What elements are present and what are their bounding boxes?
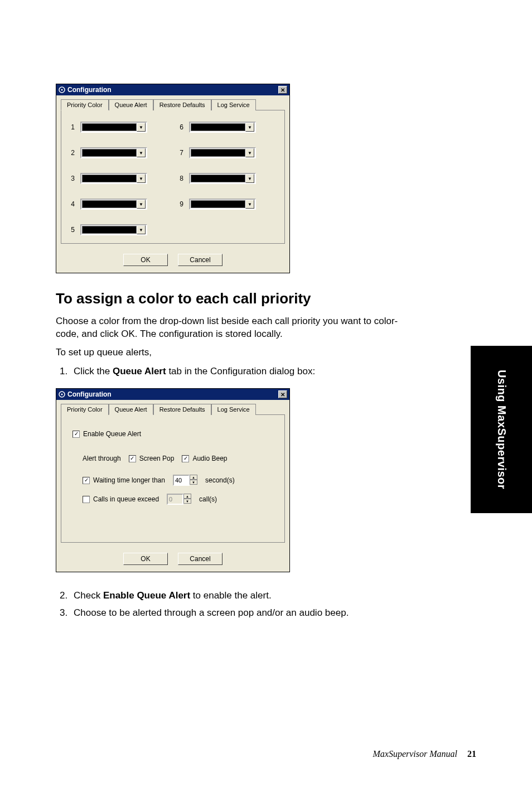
chevron-down-icon[interactable]: ▼: [245, 200, 254, 209]
gear-icon: [59, 391, 65, 398]
tab-restore-defaults[interactable]: Restore Defaults: [153, 404, 211, 415]
chevron-down-icon[interactable]: ▼: [137, 174, 146, 183]
text: to enable the alert.: [190, 590, 272, 601]
step-1: Click the Queue Alert tab in the Configu…: [70, 365, 413, 379]
waiting-time-checkbox[interactable]: ✓ Waiting time longer than: [83, 476, 165, 484]
priority-row-1: 1 ▼: [69, 122, 168, 133]
chevron-down-icon[interactable]: ▼: [137, 123, 146, 132]
color-combo-6[interactable]: ▼: [189, 122, 256, 133]
text: Check: [74, 590, 103, 601]
configuration-dialog-queue-alert: Configuration ✕ Priority Color Queue Ale…: [56, 388, 290, 572]
chevron-down-icon[interactable]: ▼: [245, 123, 254, 132]
paragraph: Choose a color from the drop-down list b…: [56, 315, 413, 341]
chevron-down-icon[interactable]: ▼: [137, 225, 146, 234]
priority-number: 7: [178, 149, 183, 157]
spin-down-icon[interactable]: ▼: [183, 499, 191, 504]
text: Click the: [74, 366, 113, 376]
ok-button[interactable]: OK: [123, 254, 168, 266]
text: tab in the Configuration dialog box:: [166, 366, 315, 376]
spin-down-icon[interactable]: ▼: [190, 480, 197, 485]
color-combo-7[interactable]: ▼: [189, 147, 256, 158]
priority-number: 1: [69, 123, 75, 131]
step-list: Click the Queue Alert tab in the Configu…: [56, 365, 413, 379]
color-swatch: [82, 149, 137, 157]
color-combo-5[interactable]: ▼: [80, 224, 147, 235]
close-icon[interactable]: ✕: [278, 390, 287, 398]
chevron-down-icon[interactable]: ▼: [137, 148, 146, 157]
priority-row-6: 6 ▼: [178, 122, 277, 133]
priority-number: 5: [69, 226, 75, 234]
priority-number: 3: [69, 175, 75, 182]
tab-strip: Priority Color Queue Alert Restore Defau…: [56, 400, 289, 414]
color-swatch: [82, 200, 137, 208]
checkbox-label: Audio Beep: [192, 455, 227, 462]
step-3: Choose to be alerted through a screen po…: [70, 606, 413, 620]
calls-exceed-input[interactable]: [167, 494, 183, 505]
tab-restore-defaults[interactable]: Restore Defaults: [153, 99, 211, 110]
color-combo-8[interactable]: ▼: [189, 173, 256, 184]
dialog-title: Configuration: [67, 86, 112, 94]
audio-beep-checkbox[interactable]: ✓ Audio Beep: [182, 455, 227, 462]
color-combo-4[interactable]: ▼: [80, 199, 147, 210]
svg-point-3: [61, 394, 63, 395]
priority-row-8: 8 ▼: [178, 173, 277, 184]
unit-label: call(s): [199, 495, 217, 503]
step-2: Check Enable Queue Alert to enable the a…: [70, 589, 413, 603]
paragraph: To set up queue alerts,: [56, 346, 413, 359]
side-tab: Using MaxSupervisor: [471, 346, 532, 513]
calls-exceed-checkbox[interactable]: Calls in queue exceed: [83, 495, 159, 503]
page-footer: MaxSupervisor Manual 21: [373, 749, 476, 759]
tab-queue-alert[interactable]: Queue Alert: [109, 99, 153, 110]
cancel-button[interactable]: Cancel: [178, 553, 223, 565]
checkbox-label: Calls in queue exceed: [93, 495, 159, 503]
waiting-time-spinner[interactable]: ▲▼: [173, 475, 197, 486]
checkbox-label: Enable Queue Alert: [83, 430, 141, 438]
dialog-title: Configuration: [67, 390, 112, 398]
tab-priority-color[interactable]: Priority Color: [61, 404, 109, 415]
checkbox-label: Screen Pop: [139, 455, 175, 462]
tab-log-service[interactable]: Log Service: [211, 99, 256, 110]
cancel-button[interactable]: Cancel: [178, 254, 223, 266]
checkbox-icon: ✓: [72, 431, 80, 438]
unit-label: second(s): [205, 476, 235, 484]
chevron-down-icon[interactable]: ▼: [137, 200, 146, 209]
calls-exceed-spinner[interactable]: ▲▼: [167, 494, 191, 505]
color-combo-9[interactable]: ▼: [189, 199, 256, 210]
tab-strip: Priority Color Queue Alert Restore Defau…: [56, 95, 289, 110]
tab-body: 1 ▼ 6 ▼ 2 ▼ 7 ▼ 3 ▼: [61, 110, 285, 244]
color-combo-1[interactable]: ▼: [80, 122, 147, 133]
spin-up-icon[interactable]: ▲: [190, 475, 197, 480]
color-swatch: [191, 149, 245, 157]
priority-row-7: 7 ▼: [178, 147, 277, 158]
section-heading: To assign a color to each call priority: [56, 290, 476, 307]
side-tab-label: Using MaxSupervisor: [495, 370, 508, 489]
button-row: OK Cancel: [56, 547, 289, 572]
waiting-time-input[interactable]: [173, 475, 190, 486]
color-combo-3[interactable]: ▼: [80, 173, 147, 184]
priority-row-2: 2 ▼: [69, 147, 168, 158]
priority-row-3: 3 ▼: [69, 173, 168, 184]
enable-queue-alert-checkbox[interactable]: ✓ Enable Queue Alert: [72, 430, 141, 438]
ok-button[interactable]: OK: [123, 553, 168, 565]
color-swatch: [191, 200, 245, 208]
tab-queue-alert[interactable]: Queue Alert: [109, 404, 153, 415]
tab-log-service[interactable]: Log Service: [211, 404, 256, 415]
tab-body: ✓ Enable Queue Alert Alert through ✓ Scr…: [61, 414, 285, 543]
color-swatch: [82, 175, 137, 182]
screen-pop-checkbox[interactable]: ✓ Screen Pop: [129, 455, 175, 462]
checkbox-icon: [83, 496, 90, 503]
checkbox-icon: ✓: [182, 455, 189, 462]
color-swatch: [191, 123, 245, 131]
close-icon[interactable]: ✕: [278, 86, 287, 94]
titlebar: Configuration ✕: [56, 389, 289, 400]
spin-up-icon[interactable]: ▲: [183, 494, 191, 499]
titlebar: Configuration ✕: [56, 84, 289, 95]
gear-icon: [59, 86, 65, 93]
chevron-down-icon[interactable]: ▼: [245, 174, 254, 183]
priority-number: 4: [69, 200, 75, 208]
svg-point-1: [61, 89, 63, 91]
chevron-down-icon[interactable]: ▼: [245, 148, 254, 157]
tab-priority-color[interactable]: Priority Color: [61, 99, 109, 110]
color-combo-2[interactable]: ▼: [80, 147, 147, 158]
priority-row-9: 9 ▼: [178, 199, 277, 210]
